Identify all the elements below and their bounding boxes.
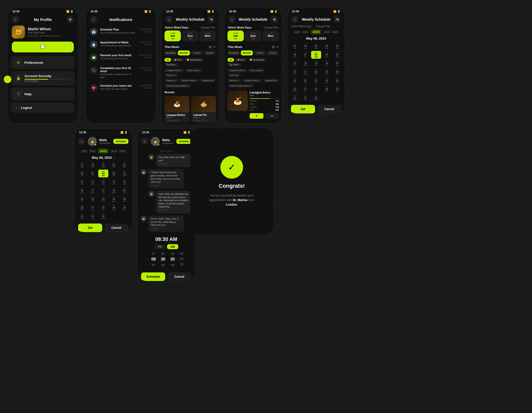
back-button-6[interactable]: ‹ — [78, 138, 85, 145]
cal6-26[interactable]: May26Wed — [77, 204, 87, 212]
bag-icon-3[interactable]: 🛍 — [208, 16, 215, 23]
cal-day-jun01[interactable]: Jun01Tue — [301, 94, 311, 102]
cal-day-31[interactable]: May31Mon — [290, 94, 300, 102]
preferences-menu-item[interactable]: ⚙ Preferences › — [11, 56, 75, 69]
schedule-button-7[interactable]: Schedule — [176, 139, 191, 144]
day-card-mon[interactable]: 3 Jan Mon — [200, 30, 216, 41]
cal-day-05[interactable]: May05Wed — [332, 42, 342, 50]
back-button-5[interactable]: ‹ — [291, 16, 298, 23]
cal-day-21[interactable]: May21Fri — [290, 77, 300, 84]
food-card-lasagna[interactable]: 🍝 Lasagna Bolins Beef Calories 74% — [164, 96, 189, 123]
filter-all-3[interactable]: All — [164, 58, 171, 62]
cal-day-18[interactable]: May18Tue — [311, 68, 321, 76]
cal-day-29[interactable]: May29Sat — [322, 85, 332, 93]
brunch-tab-4[interactable]: Brunch — [241, 50, 253, 55]
cal-day-15[interactable]: May15Sat — [332, 59, 342, 67]
filter-icon-4[interactable]: ≡ — [276, 45, 278, 49]
cal6-16[interactable]: May16Sun — [77, 187, 87, 195]
cal6-19[interactable]: May19Wed — [109, 187, 119, 195]
cal6-20[interactable]: May20Thu — [119, 187, 129, 195]
remove-button[interactable]: — — [265, 113, 279, 119]
cal-day-07[interactable]: May07Fri — [301, 51, 311, 59]
filter-sandwiches-4[interactable]: 🥪 Sandwiches — [248, 58, 266, 62]
cal6-02[interactable]: May02Sun — [88, 161, 98, 169]
grid-icon-4[interactable]: ⊞ — [272, 45, 275, 49]
cal6-10[interactable]: May10Mon — [119, 170, 129, 177]
year-2021[interactable]: 2021 — [294, 30, 300, 34]
dinner-tab-3[interactable]: Dinner — [204, 50, 216, 55]
day-card-sun[interactable]: 2 Jan Sun 3/5 — [182, 30, 198, 41]
cal-day-16[interactable]: May16Sun — [290, 68, 300, 76]
food-card-labnah[interactable]: 🥧 Labnah Pie Sweet Calories 74% — [191, 96, 216, 123]
chat-cancel-button[interactable]: Cancel — [167, 272, 191, 281]
cal-day-11[interactable]: May11Tue — [290, 59, 300, 67]
cal-day-23[interactable]: May23Sun — [311, 77, 321, 84]
cal6-29[interactable]: May29Sat — [109, 204, 119, 212]
cal6-06[interactable]: May06Thu — [77, 170, 87, 177]
grid-icon-3[interactable]: ⊞ — [209, 45, 212, 49]
notif-item-4[interactable]: ❤️ Checked your heart rate Your heart ra… — [86, 82, 156, 94]
lunch-tab-4[interactable]: Lunch — [254, 50, 266, 55]
left-arrow-time[interactable]: ‹ — [147, 257, 148, 261]
cancel-button-5[interactable]: Cancel — [317, 105, 341, 113]
cal6-08[interactable]: May08Sat — [98, 170, 108, 177]
schedule-confirm-button[interactable]: Schedule — [141, 272, 165, 281]
bag-icon-5[interactable]: 🛍 — [334, 16, 341, 23]
cal6-30[interactable]: May30Sun — [119, 204, 129, 212]
cal6-18[interactable]: May18Tue — [98, 187, 108, 195]
next-arrow-6[interactable]: › — [114, 156, 115, 160]
year-2023-6[interactable]: 2023 — [98, 148, 109, 154]
cal-day-25[interactable]: May25Tue — [332, 77, 342, 84]
add-button[interactable]: + — [250, 113, 263, 119]
cal-day-20[interactable]: May20Thu — [332, 68, 342, 76]
cal6-11[interactable]: May11Tue — [77, 178, 87, 186]
cal6-22[interactable]: May22Sat — [88, 195, 98, 203]
cal-day-01[interactable]: May01Sat — [290, 42, 300, 50]
cal-day-03[interactable]: May03Mon — [311, 42, 321, 50]
cal6-05[interactable]: May05Wed — [119, 161, 129, 169]
cal6-31[interactable]: May31Mon — [77, 212, 87, 220]
cal-day-12[interactable]: May12Wed — [301, 59, 311, 67]
notif-item-2[interactable]: 🍽️ Planned your first meal! You planned … — [86, 51, 156, 64]
notif-item-1[interactable]: ⏰ Appointment w/ Malia You scheduled an … — [86, 38, 156, 51]
back-button-3[interactable]: ‹ — [165, 16, 173, 23]
cal-day-08[interactable]: May08Sat — [311, 51, 321, 59]
cal6-09[interactable]: May09Sun — [109, 170, 119, 177]
bag-icon-4[interactable]: 🛍 — [271, 16, 278, 23]
cancel-button-6[interactable]: Cancel — [104, 224, 128, 232]
day-card-sun-4[interactable]: 2 Jan Sun 3/5 — [245, 30, 261, 41]
breakfast-tab-3[interactable]: Breakfast — [164, 50, 177, 55]
year-2023b[interactable]: 2023 — [332, 30, 338, 34]
cal-day-30[interactable]: May30Sun — [332, 85, 342, 93]
cal6-04[interactable]: May04Tue — [109, 161, 119, 169]
day-card-mon-4[interactable]: 3 Jan Mon — [262, 30, 279, 41]
year-2022[interactable]: 2022 — [302, 30, 308, 34]
cal-day-17[interactable]: May17Mon — [301, 68, 311, 76]
cal-day-jun02[interactable]: Jun02Wed — [311, 94, 321, 102]
year-2024[interactable]: 2024 — [324, 30, 330, 34]
cal6-17[interactable]: May17Mon — [88, 187, 98, 195]
cal6-07[interactable]: May07Fri — [88, 170, 98, 177]
cal6-28[interactable]: May28Fri — [98, 204, 108, 212]
day-card-sat[interactable]: 1 Jan Sat 3/5 — [164, 30, 181, 41]
year-2024-6[interactable]: 2024 — [111, 150, 117, 153]
filter-beef-4[interactable]: 🥩 Beef — [235, 58, 247, 62]
cal-day-06[interactable]: May06Thu — [290, 51, 300, 59]
cal6-12[interactable]: May12Wed — [88, 178, 98, 186]
change-plan-button-3[interactable]: Change Plan — [201, 26, 215, 29]
account-security-menu-item[interactable]: 🔒 Account Security Intermediate › — [11, 71, 75, 85]
year-2023[interactable]: 2023 — [311, 29, 322, 35]
cal-day-02[interactable]: May02Sun — [301, 42, 311, 50]
notif-item-3[interactable]: 👣 Completed your first 10 steps Successf… — [86, 64, 156, 82]
filter-icon-3[interactable]: ≡ — [213, 45, 215, 49]
breakfast-tab-4[interactable]: Breakfast — [227, 50, 240, 55]
cal-day-24[interactable]: May24Mon — [322, 77, 332, 84]
back-button[interactable]: ‹ — [12, 16, 19, 23]
cal-day-09[interactable]: May09Sun — [322, 51, 332, 59]
lunch-tab-3[interactable]: Lunch — [191, 50, 203, 55]
help-menu-item[interactable]: ? Help › — [11, 87, 75, 101]
schedule-button-6[interactable]: Schedule — [113, 139, 128, 144]
cal-day-28[interactable]: May28Fri — [311, 85, 321, 93]
set-button-5[interactable]: Set — [291, 105, 315, 113]
cal6-21[interactable]: May21Fri — [77, 195, 87, 203]
